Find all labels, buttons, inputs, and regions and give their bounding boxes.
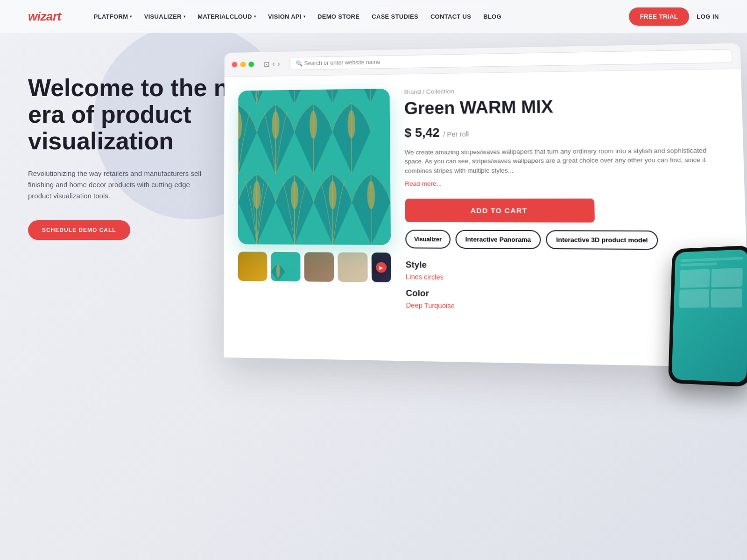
add-to-cart-button[interactable]: ADD TO CART [405,199,595,223]
product-description: We create amazing stripes/waves wallpape… [405,146,728,175]
interactive-panorama-button[interactable]: Interactive Panorama [455,230,541,249]
phone-grid-cell [679,289,709,308]
product-thumbnails: ▶ [238,252,391,282]
read-more-link[interactable]: Read more... [405,179,728,187]
phone-ui-element [680,257,743,262]
phone-body [668,245,747,387]
wallpaper-pattern [238,89,391,245]
thumbnail-2[interactable] [271,252,300,281]
thumbnail-play[interactable]: ▶ [372,252,391,282]
phone-screen [672,249,747,383]
product-price: $ 5,42 / Per roll [404,122,727,140]
search-icon: 🔍 [296,60,303,67]
nav-item-blog[interactable]: BLOG [479,10,506,23]
view-icon: ⊡ [263,60,269,69]
phone-grid-cell [711,288,742,308]
svg-point-1 [253,181,261,209]
browser-dots [232,62,254,68]
nav-right: FREE TRIAL LOG IN [629,7,719,26]
nav-item-demo-store[interactable]: DEMO STORE [313,10,364,23]
visualizer-button[interactable]: Visualizer [405,230,451,249]
hero-description: Revolutionizing the way retailers and ma… [28,168,205,202]
browser-url-bar[interactable]: 🔍 Search or enter website name [289,49,733,70]
browser-content: ▶ Brand / Collection Green WARM MIX $ 5,… [224,69,747,368]
back-icon[interactable]: ‹ [272,60,275,68]
phone-grid-cell [711,268,742,287]
main-product-image[interactable] [238,89,391,245]
nav-item-vision-api[interactable]: VISION API ▾ [263,10,310,23]
feature-buttons: Visualizer Interactive Panorama Interact… [405,230,730,250]
schedule-demo-button[interactable]: SCHEDULE DEMO CALL [28,220,130,240]
hero-section: Welcome to the new era of product visual… [0,33,747,443]
chevron-down-icon: ▾ [303,14,305,19]
nav-links: PLATFORM ▾ VISUALIZER ▾ MATERIALCLOUD ▾ … [89,10,629,23]
svg-point-2 [291,181,298,209]
phone-grid-cell [680,269,710,287]
free-trial-button[interactable]: FREE TRIAL [629,7,690,26]
product-image-section: ▶ [224,74,406,361]
forward-icon[interactable]: › [278,60,280,68]
chevron-down-icon: ▾ [254,14,256,19]
chevron-down-icon: ▾ [130,14,132,19]
window-close-dot [232,62,238,67]
thumbnail-4[interactable] [338,252,367,282]
phone-ui-grid [679,268,742,308]
nav-item-platform[interactable]: PLATFORM ▾ [89,10,137,23]
browser-mockup-container: ⊡ ‹ › 🔍 Search or enter website name [224,51,714,356]
svg-point-6 [272,111,279,139]
phone-ui-element [680,262,717,266]
login-button[interactable]: LOG IN [697,13,719,20]
nav-item-contact-us[interactable]: CONTACT US [426,10,476,23]
product-name: Green WARM MIX [404,95,726,118]
browser-window: ⊡ ‹ › 🔍 Search or enter website name [224,43,747,367]
thumbnail-3[interactable] [304,252,334,282]
play-button[interactable]: ▶ [376,262,387,273]
browser-nav-icons: ⊡ ‹ › [263,59,280,68]
navbar: wizart PLATFORM ▾ VISUALIZER ▾ MATERIALC… [0,0,747,33]
thumbnail-1[interactable] [238,252,268,281]
logo[interactable]: wizart [28,9,61,24]
interactive-3d-button[interactable]: Interactive 3D product model [546,230,658,250]
nav-item-visualizer[interactable]: VISUALIZER ▾ [140,10,190,23]
window-minimize-dot [240,62,246,67]
phone-mockup [668,245,747,387]
nav-item-materialcloud[interactable]: MATERIALCLOUD ▾ [193,10,261,23]
window-maximize-dot [248,62,254,67]
chevron-down-icon: ▾ [183,14,185,19]
svg-point-14 [276,264,280,277]
phone-screen-content [674,249,747,313]
brand-collection-label: Brand / Collection [404,84,726,96]
nav-item-case-studies[interactable]: CASE STUDIES [367,10,423,23]
